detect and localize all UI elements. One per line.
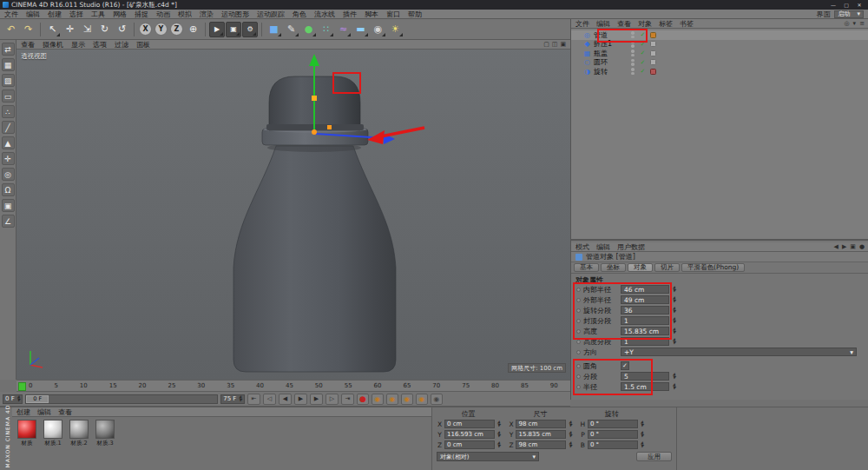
- height-field[interactable]: 15.835 cm: [621, 327, 669, 335]
- autokey-button[interactable]: ◉: [372, 394, 384, 405]
- material-item[interactable]: 材质: [16, 420, 38, 447]
- single-view-icon[interactable]: ▢: [543, 41, 549, 48]
- mm-menu-item[interactable]: 创建: [16, 407, 30, 417]
- end-frame-field[interactable]: 75 F▲▼: [220, 394, 245, 404]
- visibility-dots[interactable]: [631, 68, 635, 75]
- stepper-icon[interactable]: ▲▼: [673, 307, 675, 314]
- fillet-radius-field[interactable]: 1.5 cm: [621, 382, 669, 391]
- viewport-menu-item[interactable]: 面板: [136, 40, 150, 50]
- menu-item[interactable]: 角色: [293, 10, 306, 19]
- enable-check-icon[interactable]: ✓: [641, 31, 646, 38]
- light-icon[interactable]: ☀: [387, 21, 404, 37]
- menu-item[interactable]: 工具: [91, 10, 105, 19]
- stepper-icon[interactable]: ▲▼: [673, 296, 675, 303]
- quantize-icon[interactable]: ∠: [2, 215, 15, 228]
- start-frame-field[interactable]: 0 F▲▼: [3, 394, 23, 404]
- anim-dot-icon[interactable]: [576, 288, 581, 292]
- anim-dot-icon[interactable]: [576, 308, 581, 313]
- texture-mode-icon[interactable]: ▨: [2, 74, 15, 87]
- current-frame-marker[interactable]: [18, 382, 26, 391]
- prev-key-button[interactable]: ◁: [263, 394, 276, 405]
- spline-pen-icon[interactable]: ✎: [283, 21, 299, 37]
- menu-item[interactable]: 帮助: [408, 10, 422, 19]
- stepper-icon[interactable]: ▲▼: [641, 431, 643, 438]
- enable-check-icon[interactable]: ✓: [641, 68, 646, 75]
- record-parameter-button[interactable]: ◉: [431, 394, 443, 405]
- object-row-lathe[interactable]: ◑ 旋转 ✓: [571, 67, 868, 76]
- menu-item[interactable]: 运动图形: [221, 10, 249, 19]
- height-segments-field[interactable]: 1: [621, 337, 669, 346]
- environment-icon[interactable]: ▬: [352, 21, 369, 37]
- am-menu-item[interactable]: 编辑: [596, 242, 610, 252]
- stepper-icon[interactable]: ▲▼: [673, 383, 675, 390]
- timeline-slider-handle[interactable]: 0 F: [26, 395, 49, 403]
- object-row-tube[interactable]: ◎ 管道 ✓: [571, 30, 868, 40]
- viewport-menu-item[interactable]: 过滤: [115, 40, 128, 50]
- menu-item[interactable]: 动画: [156, 10, 170, 19]
- render-view-icon[interactable]: ▶: [209, 22, 225, 37]
- viewport-menu-item[interactable]: 显示: [71, 40, 85, 50]
- lock-z-axis-icon[interactable]: Z: [170, 23, 183, 36]
- am-menu-item[interactable]: 模式: [575, 242, 589, 252]
- om-menu-item[interactable]: 文件: [575, 19, 589, 29]
- menu-item[interactable]: 插件: [343, 10, 357, 19]
- size-z-field[interactable]: 98 cm: [516, 440, 566, 449]
- anim-dot-icon[interactable]: [576, 340, 581, 344]
- gizmo-center-handle[interactable]: [312, 129, 317, 135]
- live-selection-icon[interactable]: ↖: [44, 21, 61, 37]
- stepper-icon[interactable]: ▲▼: [673, 338, 675, 345]
- menu-item[interactable]: 窗口: [386, 10, 400, 19]
- inner-radius-field[interactable]: 46 cm: [621, 285, 669, 294]
- object-row-cap[interactable]: ▦ 瓶盖 ✓: [571, 49, 868, 58]
- menu-item[interactable]: 编辑: [26, 10, 40, 19]
- om-menu-item[interactable]: 标签: [659, 19, 673, 29]
- enable-check-icon[interactable]: ✓: [641, 50, 646, 56]
- render-settings-icon[interactable]: ⚙: [242, 22, 258, 37]
- filter-icon[interactable]: ▾: [853, 20, 857, 27]
- rotation-b-field[interactable]: 0 °: [588, 440, 638, 449]
- stepper-icon[interactable]: ▲▼: [569, 431, 571, 438]
- minimize-button[interactable]: —: [827, 1, 839, 9]
- tab-slice[interactable]: 切片: [654, 263, 680, 272]
- size-y-field[interactable]: 15.835 cm: [516, 430, 566, 439]
- menu-item[interactable]: 文件: [4, 10, 18, 19]
- stepper-icon[interactable]: ▲▼: [641, 420, 643, 427]
- redo-icon[interactable]: ↷: [20, 21, 36, 37]
- polygons-mode-icon[interactable]: ▲: [2, 136, 15, 149]
- stepper-icon[interactable]: ▲▼: [569, 441, 571, 448]
- fillet-segments-field[interactable]: 5: [621, 372, 669, 381]
- position-x-field[interactable]: 0 cm: [444, 420, 495, 428]
- model-mode-icon[interactable]: ▦: [2, 58, 15, 71]
- om-menu-item[interactable]: 查看: [617, 19, 631, 29]
- material-item[interactable]: 材质.3: [94, 420, 116, 447]
- last-tool-icon[interactable]: ↺: [114, 21, 130, 37]
- history-back-icon[interactable]: ◀: [833, 243, 838, 250]
- anim-dot-icon[interactable]: [576, 374, 581, 379]
- object-tag-icon[interactable]: [650, 50, 656, 56]
- render-picture-viewer-icon[interactable]: ▣: [226, 22, 241, 37]
- lock-icon[interactable]: ▣: [850, 243, 856, 250]
- search-icon[interactable]: ◎: [845, 20, 850, 27]
- next-frame-button[interactable]: ▶: [310, 394, 323, 405]
- menu-item[interactable]: 捕捉: [135, 10, 148, 19]
- maximize-button[interactable]: ▢: [840, 1, 852, 9]
- menu-item[interactable]: 运动跟踪: [257, 10, 285, 19]
- coord-system-icon[interactable]: ⊕: [185, 21, 201, 37]
- lock-workplane-icon[interactable]: ▣: [2, 199, 15, 212]
- menu-item[interactable]: 模拟: [178, 10, 192, 19]
- undo-icon[interactable]: ↶: [3, 21, 19, 37]
- move-tool-icon[interactable]: ✛: [62, 21, 78, 37]
- prev-frame-button[interactable]: ◀: [279, 394, 292, 405]
- fillet-checkbox[interactable]: ✓: [621, 361, 629, 370]
- am-menu-item[interactable]: 用户数据: [617, 242, 645, 252]
- anim-dot-icon[interactable]: [576, 350, 581, 354]
- object-tag-icon[interactable]: [650, 32, 656, 38]
- workplane-mode-icon[interactable]: ▭: [2, 89, 15, 103]
- enable-axis-icon[interactable]: ✛: [2, 152, 15, 165]
- gizmo-axis-handle[interactable]: [312, 96, 317, 101]
- rotation-segments-field[interactable]: 36: [621, 306, 669, 314]
- scale-tool-icon[interactable]: ⇲: [79, 21, 95, 37]
- camera-icon[interactable]: ◉: [370, 21, 386, 37]
- tab-phong[interactable]: 平滑着色(Phong): [681, 263, 745, 272]
- array-icon[interactable]: ∷: [318, 21, 334, 37]
